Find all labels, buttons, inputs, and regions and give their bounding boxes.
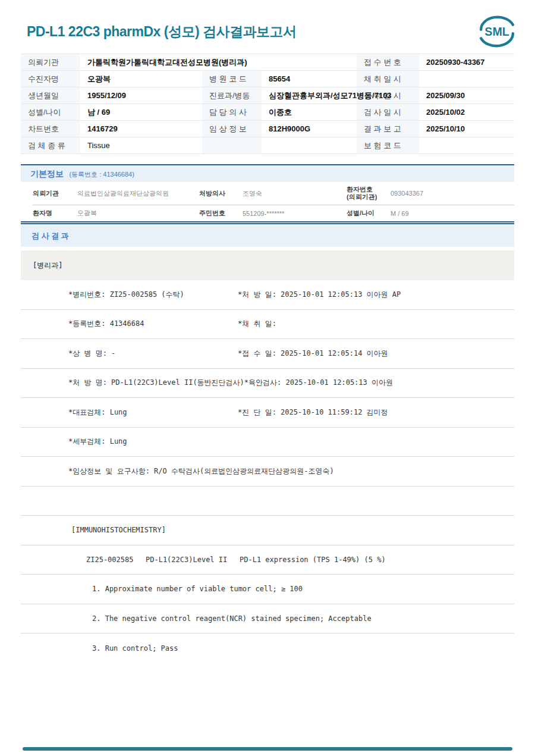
ihc-test-name: PD-L1(22C3)Level II [146, 556, 227, 564]
result-row-order-name: *처 방 명: PD-L1(22C3)Level II(동반진단검사) *육안검… [21, 369, 514, 399]
results-rows: *병리번호: ZI25-002585 (수탁) *처 방 일: 2025-10-… [21, 280, 514, 663]
page-title: PD-L1 22C3 pharmDx (성모) 검사결과보고서 [27, 23, 297, 41]
basic-info-subtitle: (등록번호 : 41346684) [69, 171, 134, 178]
main-specimen: *대표검체: Lung [68, 407, 238, 418]
note-run-control: 3. Run control; Pass [21, 644, 178, 653]
label-sex-age: 성별/나이 [21, 104, 80, 121]
basic-info-table: 의뢰기관 의료법인삼광의료재단삼광의원 처방의사 조영숙 환자번호 (의뢰기관)… [21, 182, 514, 221]
result-row-main-specimen: *대표검체: Lung *진 단 일: 2025-10-10 11:59:12 … [21, 398, 514, 428]
label-referring-org: 의뢰기관 [33, 182, 77, 205]
ihc-specimen-id: ZI25-002585 [86, 556, 133, 564]
value-doctor: 이종호 [262, 104, 357, 121]
label-report-date: 결 과 보 고 [357, 121, 419, 137]
sml-logo-text: SML [484, 25, 509, 38]
gross-exam-date: *육안검사: 2025-10-01 12:05:13 이아원 [244, 378, 514, 388]
footer-divider [23, 747, 512, 751]
value-resident-no: 551209-******* [243, 205, 347, 221]
value-patient-no: 093043367 [391, 182, 514, 205]
label-patient-name: 수진자명 [21, 71, 80, 87]
value-chart-no: 1416729 [80, 121, 202, 137]
value-empty [262, 137, 357, 154]
value-receipt-datetime: 2025/09/30 [419, 87, 514, 104]
result-row-note-2: 2. The negative control reagent(NCR) sta… [21, 604, 514, 634]
result-row-note-3: 3. Run control; Pass [21, 633, 514, 663]
note-negative-control: 2. The negative control reagent(NCR) sta… [21, 614, 372, 623]
results-section-title: 검 사 결 과 [21, 223, 514, 247]
label-clinical-info: 임 상 정 보 [202, 121, 262, 137]
receipt-date: *접 수 일: 2025-10-01 12:05:14 이아원 [238, 349, 514, 359]
result-row-clinical-request: *임상정보 및 요구사항: R/O 수탁검사(의료법인삼광의료재단삼광의원-조영… [21, 457, 514, 487]
basic-info-section: 기본정보 (등록번호 : 41346684) 의뢰기관 의료법인삼광의료재단삼광… [21, 164, 514, 222]
clinical-request: *임상정보 및 요구사항: R/O 수탁검사(의료법인삼광의료재단삼광의원-조영… [21, 466, 334, 476]
pathology-no: *병리번호: ZI25-002585 (수탁) [68, 290, 238, 300]
label-prescribing-doctor: 처방의사 [199, 182, 243, 205]
value-accession-no: 20250930-43367 [419, 54, 514, 71]
note-viable-tumor-cells: 1. Approximate number of viable tumor ce… [21, 585, 303, 593]
ihc-expression-result: PD-L1 expression (TPS 1-49%) (5 %) [240, 556, 386, 564]
label-dept-ward: 진료과/병동 [202, 87, 262, 104]
result-row-spacer [21, 487, 514, 516]
label-sex-age2: 성별/나이 [347, 205, 391, 221]
label-chart-no: 차트번호 [21, 121, 80, 137]
ihc-section-title: [IMMUNOHISTOCHEMISTRY] [21, 526, 166, 534]
value-birth-date: 1955/12/09 [80, 87, 202, 104]
value-test-datetime: 2025/10/02 [419, 104, 514, 121]
label-collect-datetime: 채 취 일 시 [357, 71, 419, 87]
value-requesting-org: 가톨릭학원가톨릭대학교대전성모병원(병리과) [80, 54, 357, 71]
order-name: *처 방 명: PD-L1(22C3)Level II(동반진단검사) [68, 378, 244, 388]
result-row-ihc-header: [IMMUNOHISTOCHEMISTRY] [21, 516, 514, 545]
value-collect-datetime [419, 71, 514, 87]
collection-date: *채 취 일: [238, 319, 514, 329]
sml-logo-icon: SML [478, 15, 516, 48]
label-resident-no: 주민번호 [199, 205, 243, 221]
basic-info-header: 기본정보 (등록번호 : 41346684) [21, 165, 514, 182]
diagnosis-name: *상 병 명: - [68, 349, 238, 359]
value-dept-ward: 심장혈관흉부외과/성모71병동/7103 [262, 87, 357, 104]
value-report-date: 2025/10/10 [419, 121, 514, 137]
label-doctor: 담 당 의 사 [202, 104, 262, 121]
sub-specimen: *세부검체: Lung [68, 437, 238, 447]
registration-no: *등록번호: 41346684 [68, 319, 238, 329]
value-prescribing-doctor: 조영숙 [243, 182, 347, 205]
label-requesting-org: 의뢰기관 [21, 54, 80, 71]
result-row-sub-specimen: *세부검체: Lung [21, 428, 514, 457]
department-band: [병리과] [21, 250, 514, 280]
label-accession-no: 접 수 번 호 [357, 54, 419, 71]
result-row-ihc-result: ZI25-002585 PD-L1(22C3)Level II PD-L1 ex… [21, 545, 514, 575]
value-insurance-code [419, 137, 514, 154]
result-row-pathology-no: *병리번호: ZI25-002585 (수탁) *처 방 일: 2025-10-… [21, 280, 514, 310]
label-test-datetime: 검 사 일 시 [357, 104, 419, 121]
result-row-note-1: 1. Approximate number of viable tumor ce… [21, 575, 514, 604]
label-empty [202, 137, 262, 154]
basic-info-title: 기본정보 [30, 169, 64, 178]
label-birth-date: 생년월일 [21, 87, 80, 104]
diagnosis-date: *진 단 일: 2025-10-10 11:59:12 김미정 [238, 407, 514, 418]
label-patient-name2: 환자명 [33, 205, 77, 221]
prescription-date: *처 방 일: 2025-10-01 12:05:13 이아원 AP [238, 290, 514, 300]
label-patient-no: 환자번호 (의뢰기관) [347, 182, 391, 205]
value-clinical-info: 812H9000G [262, 121, 357, 137]
value-sex-age: 남 / 69 [80, 104, 202, 121]
result-row-registration-no: *등록번호: 41346684 *채 취 일: [21, 310, 514, 340]
value-referring-org: 의료법인삼광의료재단삼광의원 [77, 182, 199, 205]
result-row-diagnosis-name: *상 병 명: - *접 수 일: 2025-10-01 12:05:14 이아… [21, 339, 514, 369]
value-specimen-type: Tissue [80, 137, 202, 154]
label-hospital-code: 병 원 코 드 [202, 71, 262, 87]
value-hospital-code: 85654 [262, 71, 357, 87]
patient-info-table: 의뢰기관 가톨릭학원가톨릭대학교대전성모병원(병리과) 접 수 번 호 2025… [21, 54, 514, 154]
value-patient-name2: 오광복 [77, 205, 199, 221]
label-specimen-type: 검 체 종 류 [21, 137, 80, 154]
value-sex-age2: M / 69 [391, 205, 514, 221]
report-page: PD-L1 22C3 pharmDx (성모) 검사결과보고서 SML 의뢰기관… [0, 0, 535, 756]
label-insurance-code: 보 험 코 드 [357, 137, 419, 154]
value-patient-name: 오광복 [80, 71, 202, 87]
